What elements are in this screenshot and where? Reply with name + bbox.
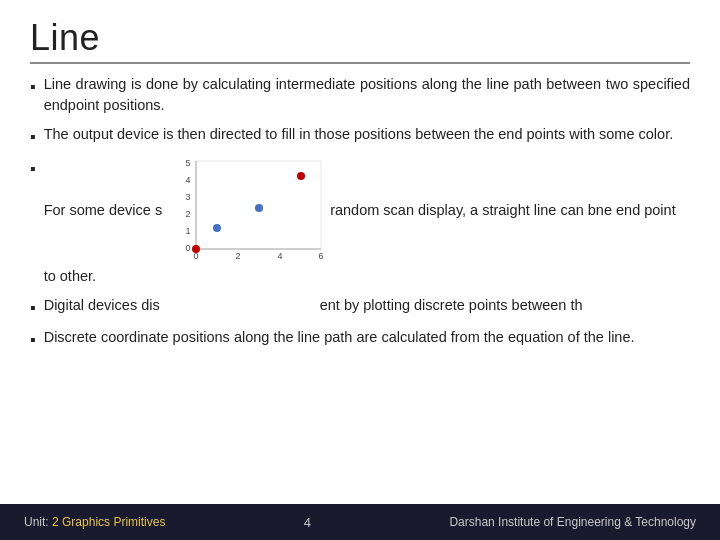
svg-text:4: 4 [186, 175, 191, 185]
svg-text:3: 3 [186, 192, 191, 202]
svg-point-15 [255, 204, 263, 212]
svg-text:2: 2 [236, 251, 241, 261]
title-divider [30, 62, 690, 64]
bullet-text-1: Line drawing is done by calculating inte… [44, 74, 690, 116]
footer-unit-label: Unit: [24, 515, 49, 529]
bullet-symbol-1: ▪ [30, 75, 36, 98]
footer-page-number: 4 [304, 515, 311, 530]
bullet-item-3: ▪ For some device s 0 1 2 [30, 156, 690, 287]
svg-text:1: 1 [186, 226, 191, 236]
bullet-symbol-3: ▪ [30, 157, 36, 180]
chart-container: 0 1 2 3 4 5 0 2 4 6 [166, 156, 326, 266]
bullet-list: ▪ Line drawing is done by calculating in… [30, 74, 690, 352]
bullet-text-3: For some device s 0 1 2 3 4 [44, 156, 690, 287]
chart-svg: 0 1 2 3 4 5 0 2 4 6 [166, 156, 326, 266]
bullet-symbol-4: ▪ [30, 296, 36, 319]
svg-text:5: 5 [186, 158, 191, 168]
title-area: Line [30, 18, 690, 64]
slide-title: Line [30, 18, 690, 58]
bullet-symbol-5: ▪ [30, 328, 36, 351]
svg-point-14 [213, 224, 221, 232]
svg-point-13 [192, 245, 200, 253]
main-content: Line ▪ Line drawing is done by calculati… [0, 0, 720, 504]
bullet-symbol-2: ▪ [30, 125, 36, 148]
bullet-text-4: Digital devices disent by plotting discr… [44, 295, 690, 316]
svg-text:6: 6 [319, 251, 324, 261]
footer-left: Unit: 2 Graphics Primitives [24, 515, 165, 529]
bullet-item-4: ▪ Digital devices disent by plotting dis… [30, 295, 690, 319]
bullet-text-2: The output device is then directed to fi… [44, 124, 690, 145]
svg-text:4: 4 [278, 251, 283, 261]
bullet-text-5: Discrete coordinate positions along the … [44, 327, 690, 348]
footer: Unit: 2 Graphics Primitives 4 Darshan In… [0, 504, 720, 540]
bullet-item-5: ▪ Discrete coordinate positions along th… [30, 327, 690, 351]
svg-point-16 [297, 172, 305, 180]
svg-text:0: 0 [186, 243, 191, 253]
bullet-item-2: ▪ The output device is then directed to … [30, 124, 690, 148]
footer-unit-value: 2 Graphics Primitives [52, 515, 165, 529]
svg-text:2: 2 [186, 209, 191, 219]
slide-container: Line ▪ Line drawing is done by calculati… [0, 0, 720, 540]
footer-institution: Darshan Institute of Engineering & Techn… [449, 515, 696, 529]
bullet-item-1: ▪ Line drawing is done by calculating in… [30, 74, 690, 116]
